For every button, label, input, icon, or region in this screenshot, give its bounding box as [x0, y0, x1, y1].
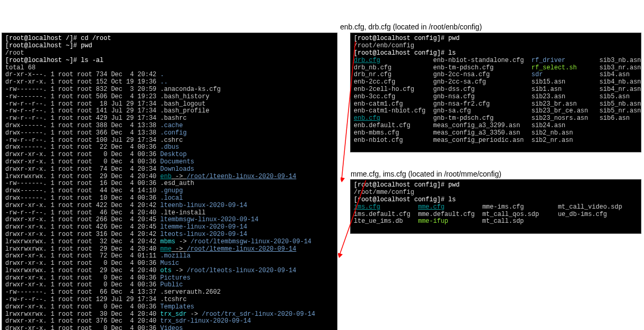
label-mme: mme.cfg, ims.cfg (located in /root/mme/c… — [351, 170, 501, 178]
label-enb: enb.cfg, drb.cfg (located in /root/enb/c… — [340, 23, 482, 31]
terminal-right-top: [root@localhost config]# pwd /root/enb/c… — [350, 33, 641, 152]
terminal-right-bottom: [root@localhost config]# pwd /root/mme/c… — [350, 179, 641, 234]
svg-marker-1 — [341, 177, 345, 182]
page-container: enb.cfg, drb.cfg (located in /root/enb/c… — [0, 22, 644, 330]
svg-marker-3 — [338, 253, 343, 258]
terminal-left: [root@localhost /]# cd /root [root@local… — [2, 33, 337, 330]
